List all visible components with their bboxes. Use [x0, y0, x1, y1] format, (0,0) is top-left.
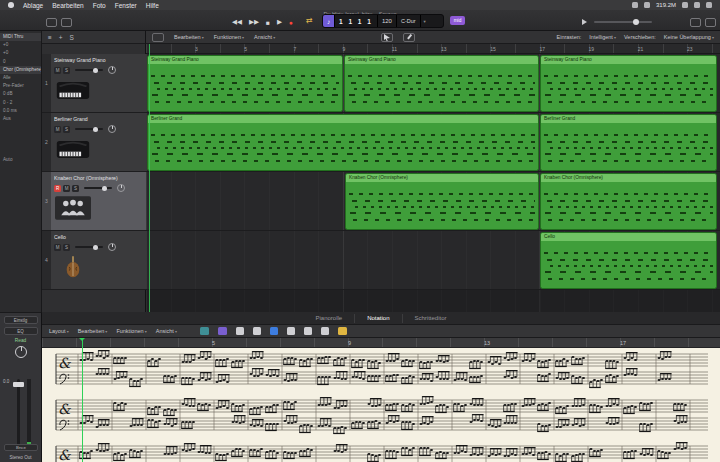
inspector-row[interactable]: Pre-Fader	[0, 82, 41, 90]
drag-menu[interactable]: Keine Überlappung	[664, 34, 714, 40]
edit-menu[interactable]: Bearbeiten	[174, 34, 204, 40]
inspector-row[interactable]: +0	[0, 41, 41, 49]
track-name[interactable]: Knaben Chor (Omnisphere)	[54, 175, 144, 181]
forward-button[interactable]: ▶▶	[249, 18, 259, 26]
battery-icon[interactable]	[694, 2, 700, 8]
track-sort-icon[interactable]: S	[70, 34, 74, 41]
inspector-row[interactable]: Aus	[0, 115, 41, 123]
midi-region[interactable]: Cello	[540, 232, 717, 289]
track-header-knaben-chor[interactable]: 3 Knaben Chor (Omnisphere) R M S	[42, 172, 146, 231]
mute-button[interactable]: M	[54, 244, 61, 251]
spotlight-icon[interactable]	[706, 2, 712, 8]
inspector-toggle-icon[interactable]	[61, 18, 72, 27]
status-icon[interactable]	[632, 2, 638, 8]
master-volume-slider[interactable]	[594, 21, 652, 23]
add-track-button[interactable]: +	[59, 34, 63, 41]
midi-region[interactable]: Steinway Grand Piano	[540, 55, 717, 112]
inspector-row[interactable]: 0 dB	[0, 90, 41, 98]
midi-region[interactable]: Berliner Grand	[147, 114, 539, 171]
track-header-cello[interactable]: 4 Cello M S	[42, 231, 146, 290]
stop-button[interactable]: ■	[266, 19, 270, 26]
note-value-button[interactable]	[236, 327, 244, 335]
pencil-tool-menu[interactable]	[403, 33, 415, 42]
mute-button[interactable]: M	[54, 126, 61, 133]
automation-mode[interactable]: Read	[0, 338, 41, 343]
midi-region[interactable]: Knaben Chor (Omnisphere)	[540, 173, 717, 230]
functions-menu[interactable]: Funktionen	[116, 328, 146, 334]
media-browser-icon[interactable]	[705, 18, 716, 27]
quick-help-icon[interactable]	[46, 18, 57, 27]
mute-button[interactable]: M	[54, 67, 61, 74]
track-volume-slider[interactable]	[84, 187, 112, 189]
track-volume-slider[interactable]	[75, 128, 103, 130]
inspector-row[interactable]: 0 - 2	[0, 99, 41, 107]
record-arm-button[interactable]: R	[54, 185, 61, 192]
lcd-tempo[interactable]: 120	[378, 15, 397, 27]
solo-button[interactable]: S	[63, 244, 70, 251]
track-pan-knob[interactable]	[108, 243, 116, 251]
apple-menu-icon[interactable]	[8, 2, 14, 8]
master-volume[interactable]	[582, 19, 652, 25]
chevron-down-icon[interactable]: ▾	[421, 15, 429, 27]
menu-ablage[interactable]: Ablage	[23, 2, 43, 9]
record-button[interactable]: ●	[289, 19, 293, 26]
midi-in-icon[interactable]	[200, 327, 209, 335]
channel-setting-button[interactable]: Einstlg	[4, 316, 38, 324]
tracks-area[interactable]: Steinway Grand Piano Steinway Grand Pian…	[146, 54, 720, 312]
track-volume-slider[interactable]	[75, 69, 103, 71]
inspector-row[interactable]: +0	[0, 49, 41, 57]
tab-pianorolle[interactable]: Pianorolle	[303, 314, 354, 323]
volume-fader-track[interactable]	[17, 379, 20, 449]
solo-button[interactable]: S	[63, 67, 70, 74]
note-value-button[interactable]	[321, 327, 329, 335]
inspector-row[interactable]: Alle	[0, 74, 41, 82]
pointer-tool-menu[interactable]	[381, 33, 393, 42]
score-playhead[interactable]	[82, 338, 83, 462]
note-value-button-active[interactable]	[270, 327, 278, 335]
view-menu[interactable]: Ansicht	[254, 34, 275, 40]
midi-region[interactable]: Berliner Grand	[540, 114, 717, 171]
inspector-header[interactable]: MIDI Thru	[0, 33, 41, 41]
note-value-button[interactable]	[287, 327, 295, 335]
bar-ruler[interactable]: 357911131517192123	[146, 44, 720, 54]
midi-region[interactable]: Steinway Grand Piano	[147, 55, 343, 112]
bounce-button[interactable]: Bnce	[4, 444, 38, 451]
mute-button[interactable]: M	[63, 185, 70, 192]
layout-menu[interactable]: Layout	[49, 328, 69, 334]
score-bar-ruler[interactable]: 591317	[42, 338, 720, 348]
cycle-button[interactable]: ⇄	[306, 16, 313, 26]
solo-button[interactable]: S	[63, 126, 70, 133]
track-header-steinway[interactable]: 1 Steinway Grand Piano M S	[42, 54, 146, 113]
midi-region[interactable]: Steinway Grand Piano	[344, 55, 539, 112]
lcd-position[interactable]: 1 1 1 1	[335, 15, 378, 27]
view-menu[interactable]: Ansicht	[156, 328, 177, 334]
track-name[interactable]: Berliner Grand	[54, 116, 144, 122]
quantize-icon[interactable]	[338, 327, 347, 335]
lcd-note-icon[interactable]: ♪	[323, 15, 335, 27]
volume-fader-handle[interactable]	[13, 382, 24, 387]
midi-region[interactable]: Knaben Chor (Omnisphere)	[345, 173, 539, 230]
status-network-text[interactable]: 319.2M	[656, 2, 676, 8]
lcd-display[interactable]: ♪ 1 1 1 1 120 C-Dur ▾	[322, 14, 444, 28]
menu-fenster[interactable]: Fenster	[115, 2, 137, 9]
output-label[interactable]: Stereo Out	[0, 455, 41, 460]
snap-menu[interactable]: Intelligent	[589, 34, 616, 40]
inspector-row[interactable]: 0	[0, 58, 41, 66]
eq-button[interactable]: EQ	[4, 327, 38, 335]
rewind-button[interactable]: ◀◀	[232, 18, 242, 26]
list-editors-icon[interactable]	[690, 18, 701, 27]
track-header-berliner[interactable]: 2 Berliner Grand M S	[42, 113, 146, 172]
menu-bearbeiten[interactable]: Bearbeiten	[52, 2, 83, 9]
functions-menu[interactable]: Funktionen	[214, 34, 244, 40]
track-volume-slider[interactable]	[75, 246, 103, 248]
track-pan-knob[interactable]	[117, 184, 125, 192]
wifi-icon[interactable]	[682, 2, 688, 8]
track-pan-knob[interactable]	[108, 125, 116, 133]
note-value-button[interactable]	[304, 327, 312, 335]
edit-menu[interactable]: Bearbeiten	[78, 328, 108, 334]
inspector-track-header[interactable]: Chor (Omnisphere)	[0, 66, 41, 74]
menu-foto[interactable]: Foto	[93, 2, 106, 9]
solo-button[interactable]: S	[72, 185, 79, 192]
track-pan-knob[interactable]	[108, 66, 116, 74]
midi-out-icon[interactable]	[218, 327, 227, 335]
